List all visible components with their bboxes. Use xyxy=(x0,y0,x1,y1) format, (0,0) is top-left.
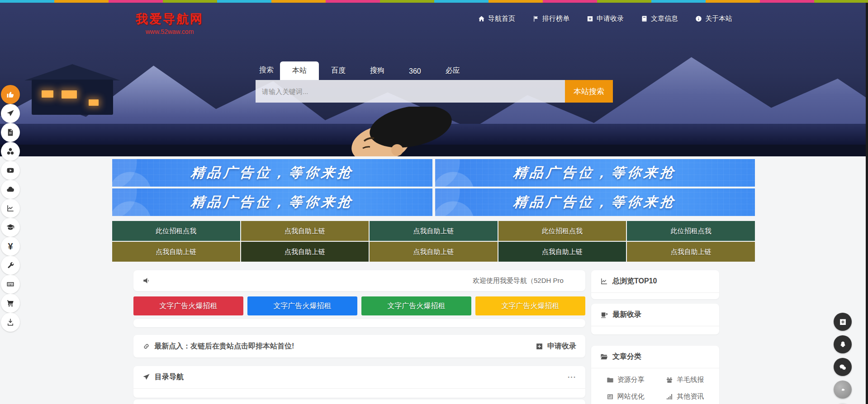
site-title: 我爱导航网 xyxy=(136,11,204,27)
nav-item-about[interactable]: 关于本站 xyxy=(695,14,732,23)
dock-wechat-button[interactable] xyxy=(834,358,852,376)
plus-square-icon xyxy=(839,318,847,326)
graduation-cap-icon xyxy=(6,223,14,231)
stats-logo-icon xyxy=(839,386,847,394)
ad-slot[interactable]: 此位招租点我 xyxy=(627,221,755,241)
nav-item-ranking[interactable]: 排行榜单 xyxy=(532,14,569,23)
category-grid: 资源分享 羊毛线报 网站优化 其他资讯 xyxy=(591,368,719,401)
folder-icon xyxy=(607,376,614,384)
gift-icon xyxy=(666,376,673,384)
dock-articles[interactable] xyxy=(1,123,20,142)
thumbs-up-icon xyxy=(6,90,14,99)
latest-included-title: 最新收录 xyxy=(612,310,641,319)
latest-included-card: 最新收录 xyxy=(591,304,719,334)
cubes-icon xyxy=(6,147,14,155)
cloud-icon xyxy=(6,185,14,193)
dock-download[interactable] xyxy=(1,313,20,332)
cartoon-character xyxy=(339,107,457,156)
info-icon xyxy=(695,15,702,22)
dock-video[interactable] xyxy=(1,161,20,180)
category-deals[interactable]: 羊毛线报 xyxy=(655,376,715,384)
banner-ad[interactable]: 精品广告位，等你来抢 xyxy=(112,188,432,216)
empty-card xyxy=(133,319,585,327)
text-ad-button[interactable]: 文字广告火爆招租 xyxy=(133,296,243,315)
dock-qq-button[interactable] xyxy=(834,335,852,353)
banner-ad[interactable]: 精品广告位，等你来抢 xyxy=(435,159,755,187)
banner-ad[interactable]: 精品广告位，等你来抢 xyxy=(435,188,755,216)
search-label: 搜索 xyxy=(256,66,280,80)
ad-slot[interactable]: 点我自助上链 xyxy=(498,242,626,262)
category-seo[interactable]: 网站优化 xyxy=(596,392,655,401)
ad-slot[interactable]: 点我自助上链 xyxy=(241,242,369,262)
ad-slot[interactable]: 此位招租点我 xyxy=(498,221,626,241)
dock-stats-logo-button[interactable] xyxy=(834,381,852,399)
latest-link-text-group: 最新点入：友链后在贵站点击即排本站首位! xyxy=(142,342,294,351)
right-dock xyxy=(834,313,852,404)
tab-this-site[interactable]: 本站 xyxy=(280,61,319,80)
dock-cloud[interactable] xyxy=(1,180,20,199)
search-button[interactable]: 本站搜索 xyxy=(565,80,613,103)
cart-icon xyxy=(6,299,14,307)
dock-stats[interactable] xyxy=(1,199,20,218)
wrench-icon xyxy=(6,261,14,269)
dock-likes[interactable] xyxy=(1,85,20,104)
category-other-news[interactable]: 其他资讯 xyxy=(655,392,715,401)
site-url: www.52waw.com xyxy=(136,28,204,35)
text-ad-button[interactable]: 文字广告火爆招租 xyxy=(361,296,471,315)
apply-include-button[interactable]: 申请收录 xyxy=(536,342,576,351)
banner-ads: 精品广告位，等你来抢 精品广告位，等你来抢 精品广告位，等你来抢 精品广告位，等… xyxy=(112,159,755,216)
scrollbar[interactable] xyxy=(866,3,868,404)
dock-shop[interactable] xyxy=(1,294,20,313)
hero-window xyxy=(89,99,99,106)
top10-card: 总浏览TOP10 xyxy=(591,270,719,299)
nav-item-articles[interactable]: 文章信息 xyxy=(641,14,678,23)
chart-line-icon xyxy=(600,277,608,285)
qq-icon xyxy=(839,341,847,348)
ad-slot[interactable]: 点我自助上链 xyxy=(112,242,240,262)
tab-bing[interactable]: 必应 xyxy=(433,61,472,80)
dock-finance[interactable]: ¥ xyxy=(1,237,20,256)
banner-ad[interactable]: 精品广告位，等你来抢 xyxy=(112,159,432,187)
announcement-text: 欢迎使用我爱导航（52DH Pro xyxy=(473,277,564,285)
text-ad-button[interactable]: 文字广告火爆招租 xyxy=(247,296,357,315)
directory-nav-card: 目录导航 ··· xyxy=(133,366,585,398)
wechat-icon xyxy=(839,363,847,371)
directory-more-button[interactable]: ··· xyxy=(568,373,576,381)
dock-study[interactable] xyxy=(1,218,20,237)
announcement-marquee: 欢迎使用我爱导航（52DH Pro xyxy=(156,270,576,291)
ad-slot[interactable]: 点我自助上链 xyxy=(370,242,498,262)
keyboard-icon xyxy=(6,280,14,288)
dock-telegram[interactable] xyxy=(1,104,20,123)
dock-typing[interactable] xyxy=(1,275,20,294)
dock-apply-button[interactable] xyxy=(834,313,852,331)
text-ad-button[interactable]: 文字广告火爆招租 xyxy=(475,296,585,315)
ad-slot[interactable]: 点我自助上链 xyxy=(627,242,755,262)
search-input[interactable] xyxy=(256,80,565,103)
dock-apps[interactable] xyxy=(1,142,20,161)
tab-360[interactable]: 360 xyxy=(397,63,433,80)
left-dock: ¥ xyxy=(1,85,20,332)
latest-link-text: 最新点入：友链后在贵站点击即排本站首位! xyxy=(154,342,294,351)
next-card-partial xyxy=(133,399,585,404)
paper-plane-icon xyxy=(142,373,150,381)
site-logo[interactable]: 我爱导航网 www.52waw.com xyxy=(136,11,204,35)
directory-title: 目录导航 xyxy=(155,372,184,382)
file-icon xyxy=(6,128,14,136)
nav-item-home[interactable]: 导航首页 xyxy=(478,14,515,23)
paper-plane-icon xyxy=(6,109,14,117)
category-resources[interactable]: 资源分享 xyxy=(596,376,655,384)
mug-icon xyxy=(600,311,608,319)
tab-sogou[interactable]: 搜狗 xyxy=(358,61,397,80)
search-engine-tabs: 搜索 本站 百度 搜狗 360 必应 xyxy=(256,61,613,80)
ad-slot[interactable]: 点我自助上链 xyxy=(370,221,498,241)
ad-slot[interactable]: 此位招租点我 xyxy=(112,221,240,241)
dock-tools[interactable] xyxy=(1,256,20,275)
tab-baidu[interactable]: 百度 xyxy=(319,61,358,80)
plus-square-icon xyxy=(587,15,593,22)
text-ad-row: 文字广告火爆招租 文字广告火爆招租 文字广告火爆招租 文字广告火爆招租 xyxy=(133,296,585,315)
link-icon xyxy=(142,343,150,350)
nav-item-apply[interactable]: 申请收录 xyxy=(587,14,624,23)
top10-title: 总浏览TOP10 xyxy=(612,277,657,286)
header-nav: 导航首页 排行榜单 申请收录 文章信息 关于本站 xyxy=(478,14,732,23)
ad-slot[interactable]: 点我自助上链 xyxy=(241,221,369,241)
